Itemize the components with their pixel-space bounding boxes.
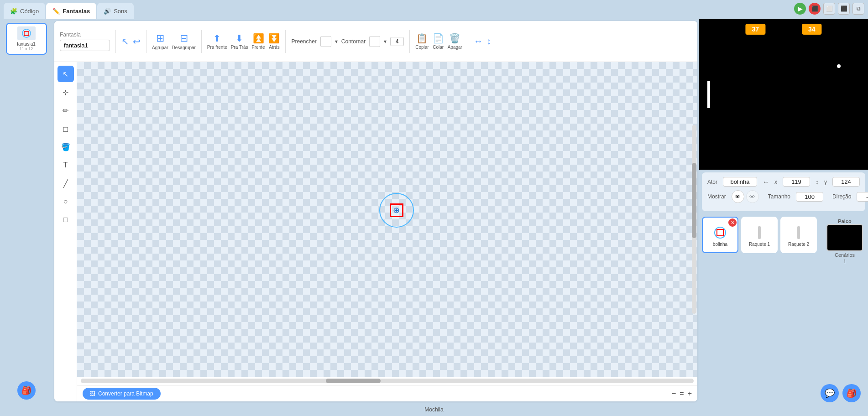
tab-code[interactable]: 🧩 Código: [4, 3, 45, 19]
zoom-out-btn[interactable]: −: [672, 390, 676, 398]
rect-tool[interactable]: □: [58, 212, 74, 228]
sep1: [115, 30, 116, 53]
line-tool[interactable]: ╱: [58, 175, 74, 192]
scenarios-count: 1: [843, 259, 846, 264]
layout-btn-3[interactable]: ⧉: [852, 3, 864, 15]
sep3: [201, 30, 202, 53]
backpack-float-button[interactable]: 🎒: [842, 384, 861, 402]
flip-h-icon: ↔: [474, 36, 483, 47]
mochila-label: Mochila: [424, 406, 443, 413]
pra-tras-btn[interactable]: ⬇ Pra Trás: [231, 33, 248, 50]
palco-label: Palco: [838, 218, 851, 224]
svg-point-0: [22, 29, 31, 37]
eraser-tool[interactable]: ◻: [58, 120, 74, 137]
flip-h-btn[interactable]: ↔: [474, 36, 483, 47]
y-arrow-icon: ↕: [816, 178, 819, 186]
drawing-tools-sidebar: ↖ ⊹ ✏ ◻ 🪣 T ╱ ○ □: [54, 62, 77, 401]
copy-btn[interactable]: 📋 Copiar: [415, 33, 429, 50]
actor-name-input[interactable]: [723, 177, 757, 187]
pencil-tool[interactable]: ✏: [58, 102, 74, 119]
sprite-editor-obj: ⊕: [378, 192, 415, 229]
svg-point-2: [715, 227, 726, 238]
frente-label: Frente: [252, 45, 265, 50]
paste-btn[interactable]: 📄 Colar: [433, 33, 444, 50]
front-label: Pra frente: [207, 45, 227, 50]
costume-toolbar: Fantasia ↖ ↩ ⊞ Agrupar ⊟ Desagrupar: [54, 21, 697, 62]
group-btn[interactable]: ⊞ Agrupar: [152, 32, 168, 50]
sprite-card-raquete1[interactable]: Raquete 1: [741, 217, 778, 253]
outline-color-swatch[interactable]: [369, 36, 380, 47]
select-icon: ↖: [121, 36, 129, 47]
outline-value-input[interactable]: [390, 37, 404, 46]
chat-button[interactable]: 💬: [821, 384, 839, 402]
svg-rect-5: [797, 226, 800, 239]
flip-v-btn[interactable]: ↕: [486, 36, 491, 47]
backpack-button[interactable]: 🎒: [17, 381, 36, 400]
canvas-object[interactable]: ⊕: [378, 192, 415, 229]
score-badge-2: 34: [802, 24, 822, 35]
layout-btn-2[interactable]: ⬛: [838, 3, 850, 15]
tab-sounds[interactable]: 🔊 Sons: [97, 3, 134, 19]
delete-btn[interactable]: 🗑️ Apagar: [448, 33, 462, 50]
layout-btn-1[interactable]: ⬜: [823, 3, 835, 15]
sprites-grid: ✕ bolinha: [702, 217, 821, 253]
sprite-thumb-name: fantasia1: [17, 42, 36, 47]
sprite-thumb-size: 11 x 12: [20, 47, 33, 51]
show-hidden-btn[interactable]: 👁: [746, 190, 759, 203]
text-tool[interactable]: T: [58, 157, 74, 173]
reshape-tool[interactable]: ⊹: [58, 84, 74, 100]
select-tool2-btn[interactable]: ↩: [133, 36, 141, 47]
flip-v-icon: ↕: [486, 36, 491, 47]
size-value-input[interactable]: [796, 192, 823, 202]
canvas-vscroll-thumb[interactable]: [692, 163, 696, 239]
outline-label: Contornar: [341, 38, 366, 45]
red-stop-btn[interactable]: ⬛: [809, 3, 821, 15]
sprite-info-row2: Mostrar 👁 👁 Tamanho Direção: [707, 190, 860, 203]
direction-value-input[interactable]: [857, 192, 868, 202]
copy-icon: 📋: [416, 33, 428, 44]
right-panel: 37 34 Ator ↔ x ↕ y Mostrar: [699, 19, 868, 403]
ungroup-label: Desagrupar: [172, 45, 196, 50]
sprite-card-bolinha[interactable]: ✕ bolinha: [702, 217, 738, 253]
show-label: Mostrar: [707, 193, 726, 200]
costume-editor: Fantasia ↖ ↩ ⊞ Agrupar ⊟ Desagrupar: [54, 21, 697, 401]
tab-costumes[interactable]: ✏️ Fantasias: [46, 3, 96, 19]
fill-color-swatch[interactable]: [320, 36, 331, 47]
raquete2-preview: [789, 224, 809, 242]
ungroup-btn[interactable]: ⊟ Desagrupar: [172, 32, 196, 50]
backward-icon: ⬇: [235, 33, 243, 44]
canvas-vscroll[interactable]: [692, 125, 696, 314]
pra-frente-btn[interactable]: ⬆ Pra frente: [207, 33, 227, 50]
select2-icon: ↩: [133, 36, 141, 47]
zoom-reset-btn[interactable]: =: [680, 390, 684, 398]
y-value-input[interactable]: [832, 177, 860, 187]
stage-card-preview[interactable]: [826, 224, 863, 251]
x-value-input[interactable]: [783, 177, 810, 187]
costume-name-input[interactable]: [60, 40, 110, 51]
canvas-bg: ⊕: [77, 62, 697, 377]
zoom-in-btn[interactable]: +: [688, 390, 692, 398]
select-tool-btn[interactable]: ↖: [121, 36, 129, 47]
show-visible-btn[interactable]: 👁: [732, 190, 744, 203]
outline-dropdown-icon[interactable]: ▾: [384, 38, 387, 45]
fill-tool[interactable]: 🪣: [58, 139, 74, 155]
raquete1-name: Raquete 1: [749, 242, 770, 247]
convert-bitmap-btn[interactable]: 🖼 Converter para Bitmap: [83, 388, 161, 400]
sprite-card-raquete2[interactable]: Raquete 2: [780, 217, 817, 253]
frente-btn[interactable]: ⏫ Frente: [252, 33, 265, 50]
canvas-hscroll-thumb[interactable]: [326, 379, 381, 383]
delete-bolinha-btn[interactable]: ✕: [728, 218, 737, 227]
fill-dropdown-icon[interactable]: ▾: [335, 38, 338, 45]
circle-tool[interactable]: ○: [58, 193, 74, 210]
select-arrow-tool[interactable]: ↖: [58, 66, 74, 82]
bolinha-preview: [710, 224, 730, 242]
canvas-bottom-bar: 🖼 Converter para Bitmap − = +: [77, 385, 697, 401]
canvas-hscroll[interactable]: [81, 379, 694, 383]
sprite-thumb-item[interactable]: fantasia1 11 x 12: [6, 23, 47, 55]
green-flag-btn[interactable]: ▶: [794, 3, 806, 15]
costume-name-area: Fantasia: [60, 31, 110, 51]
group-icon: ⊞: [156, 32, 164, 44]
atras-btn[interactable]: ⏬ Atrás: [268, 33, 280, 50]
delete-label: Apagar: [448, 45, 462, 50]
crosshair-icon: ⊕: [393, 205, 400, 215]
